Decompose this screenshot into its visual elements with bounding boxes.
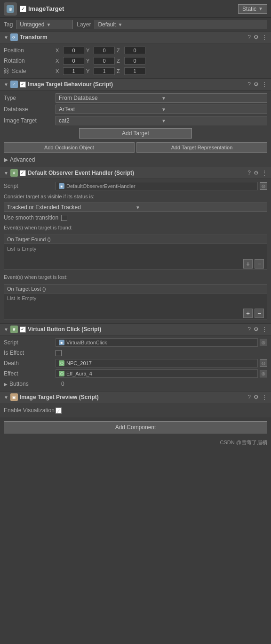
type-dropdown[interactable]: From Database ▼ <box>56 93 267 103</box>
chevron-down-icon: ▼ <box>258 6 263 11</box>
more-icon[interactable]: ⋮ <box>262 34 267 41</box>
position-values: X Y Z <box>56 47 267 54</box>
chevron-down-icon: ▼ <box>118 22 122 27</box>
more-icon[interactable]: ⋮ <box>262 81 267 88</box>
smooth-checkbox[interactable] <box>61 215 67 221</box>
help-icon[interactable]: ? <box>247 170 251 176</box>
image-target-preview-content: Enable Visualization ✓ <box>0 403 271 417</box>
settings-icon[interactable]: ⚙ <box>254 326 259 333</box>
virtual-button-section-header[interactable]: ▼ # ✓ Virtual Button Click (Script) ? ⚙ … <box>0 323 271 335</box>
position-x-input[interactable] <box>63 47 84 54</box>
rotation-x-input[interactable] <box>63 57 84 65</box>
scale-y-input[interactable] <box>94 67 115 75</box>
transform-section-header[interactable]: ▼ ⟳ Transform ? ⚙ ⋮ <box>0 31 271 43</box>
script-row: Script ■ DefaultObserverEventHandler ◎ <box>0 181 271 191</box>
settings-icon[interactable]: ⚙ <box>254 34 259 41</box>
more-icon[interactable]: ⋮ <box>262 170 267 176</box>
layer-dropdown[interactable]: Default ▼ <box>95 20 267 29</box>
effect-reference: ⬡ Eff_Aura_4 <box>56 369 258 378</box>
advanced-row[interactable]: ▶ Advanced <box>0 155 271 165</box>
image-target-preview-header[interactable]: ▼ ▣ Image Target Preview (Script) ? ⚙ ⋮ <box>0 391 271 403</box>
transform-title: Transform <box>20 34 247 41</box>
settings-icon[interactable]: ⚙ <box>254 81 259 88</box>
enable-vis-label: Enable Visualization <box>4 407 56 414</box>
remove-event-found-button[interactable]: − <box>255 259 264 269</box>
more-icon[interactable]: ⋮ <box>262 394 267 400</box>
effect-row: Effect ⬡ Eff_Aura_4 ◎ <box>0 368 271 379</box>
is-effect-checkbox[interactable] <box>56 350 62 356</box>
script-value: DefaultObserverEventHandler <box>66 183 136 189</box>
select-death-button[interactable]: ◎ <box>260 359 267 367</box>
scale-x-input[interactable] <box>63 67 84 75</box>
help-icon[interactable]: ? <box>247 394 251 400</box>
observer-title: Default Observer Event Handler (Script) <box>28 170 247 176</box>
tag-label: Tag <box>4 21 13 28</box>
select-script-button[interactable]: ◎ <box>260 182 267 190</box>
collapse-arrow-icon: ▼ <box>4 82 8 87</box>
add-target-button[interactable]: Add Target <box>79 128 192 139</box>
chevron-down-icon: ▼ <box>161 107 264 112</box>
events-found-section: On Target Found () List is Empty + − <box>4 235 267 270</box>
more-icon[interactable]: ⋮ <box>262 326 267 333</box>
type-label: Type <box>4 95 56 101</box>
virtual-button-section-icons: ? ⚙ ⋮ <box>247 326 267 333</box>
position-label: Position <box>4 47 56 54</box>
help-icon[interactable]: ? <box>247 34 251 41</box>
is-effect-label: Is Effect <box>4 350 56 356</box>
rotation-z-input[interactable] <box>124 57 145 65</box>
hash-icon: # <box>10 326 18 333</box>
scale-z-input[interactable] <box>124 67 145 75</box>
add-component-row: Add Component <box>0 417 271 437</box>
image-target-label: Image Target <box>4 117 56 124</box>
events-found-label-row: Event(s) when target is found: <box>0 222 271 233</box>
add-occlusion-button[interactable]: Add Occlusion Object <box>4 142 135 153</box>
tag-dropdown[interactable]: Untagged ▼ <box>16 20 73 29</box>
add-event-found-button[interactable]: + <box>243 259 253 269</box>
component-active-checkbox[interactable]: ✓ <box>20 326 26 333</box>
rotation-label: Rotation <box>4 57 56 64</box>
tracked-dropdown[interactable]: Tracked or Extended Tracked ▼ <box>4 203 267 212</box>
select-effect-button[interactable]: ◎ <box>260 370 267 377</box>
help-icon[interactable]: ? <box>247 326 251 333</box>
position-y-input[interactable] <box>94 47 115 54</box>
watermark: CSDN @雪弯了眉梢 <box>0 437 271 448</box>
image-target-section-header[interactable]: ▼ ✓ ✓ Image Target Behaviour (Script) ? … <box>0 78 271 90</box>
buttons-collapse-icon: ▶ <box>4 382 8 387</box>
type-row: Type From Database ▼ <box>0 92 271 104</box>
transform-content: Position X Y Z Rotation X Y Z ⛓ Scale X <box>0 43 271 78</box>
vb-script-icon: ■ <box>59 340 64 345</box>
component-active-checkbox[interactable]: ✓ <box>20 82 26 88</box>
add-target-representation-button[interactable]: Add Target Representation <box>136 142 267 153</box>
vb-script-value: VirtualButtonClick <box>66 340 107 345</box>
gameobject-icon: ⊕ <box>4 2 17 16</box>
position-row: Position X Y Z <box>0 45 271 56</box>
add-event-lost-button[interactable]: + <box>243 309 253 318</box>
active-checkbox[interactable]: ✓ <box>20 6 26 12</box>
tag-layer-row: Tag Untagged ▼ Layer Default ▼ <box>0 18 271 31</box>
help-icon[interactable]: ? <box>247 81 251 88</box>
consider-label: Consider target as visible if its status… <box>4 194 95 199</box>
select-vb-script-button[interactable]: ◎ <box>260 339 267 346</box>
image-target-row: Image Target cat2 ▼ <box>0 115 271 126</box>
enable-vis-checkbox[interactable]: ✓ <box>56 408 62 414</box>
component-active-checkbox[interactable]: ✓ <box>20 170 26 176</box>
rotation-values: X Y Z <box>56 57 267 65</box>
static-dropdown[interactable]: Static ▼ <box>238 4 267 14</box>
preview-section-icons: ? ⚙ ⋮ <box>247 394 267 400</box>
add-component-button[interactable]: Add Component <box>4 421 267 433</box>
database-label: Database <box>4 106 56 113</box>
observer-section-header[interactable]: ▼ # ✓ Default Observer Event Handler (Sc… <box>0 167 271 179</box>
settings-icon[interactable]: ⚙ <box>254 394 259 400</box>
remove-event-lost-button[interactable]: − <box>255 309 264 318</box>
script-icon: ✓ <box>10 81 18 88</box>
database-dropdown[interactable]: ArTest ▼ <box>56 105 267 114</box>
image-target-dropdown[interactable]: cat2 ▼ <box>56 116 267 125</box>
rotation-y-input[interactable] <box>94 57 115 65</box>
event-found-footer: + − <box>4 258 267 269</box>
position-z-input[interactable] <box>124 47 145 54</box>
is-effect-row: Is Effect <box>0 348 271 358</box>
transform-icon: ⟳ <box>10 33 18 41</box>
settings-icon[interactable]: ⚙ <box>254 170 259 176</box>
vb-script-label: Script <box>4 339 56 346</box>
svg-text:⊕: ⊕ <box>8 7 12 12</box>
